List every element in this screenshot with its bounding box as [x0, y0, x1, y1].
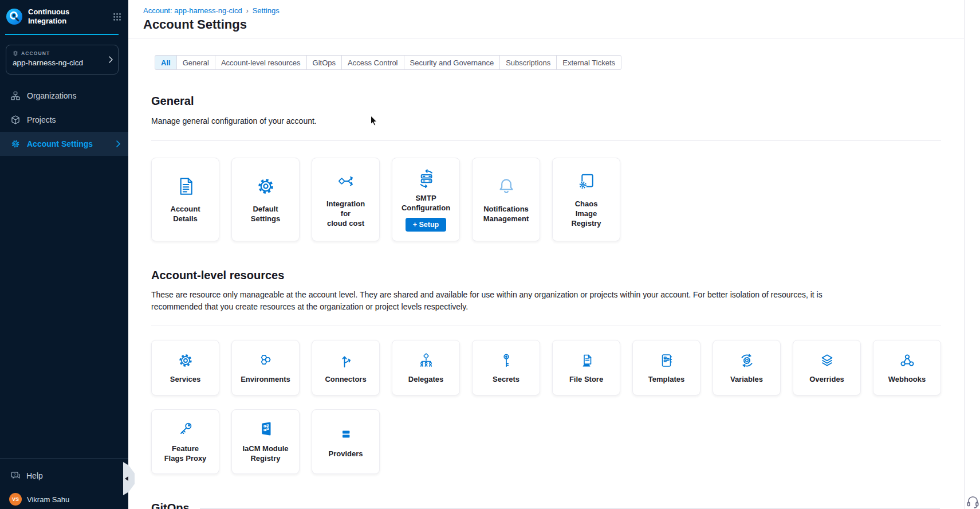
card-label: Default Settings — [249, 205, 282, 224]
document-icon — [175, 175, 196, 197]
tab-access-control[interactable]: Access Control — [341, 55, 404, 70]
card-variables[interactable]: Variables — [713, 340, 781, 396]
key-icon — [497, 351, 515, 370]
webhook-icon — [898, 351, 916, 370]
module-registry-icon — [257, 420, 275, 438]
card-label: Webhooks — [886, 375, 928, 385]
card-delegates[interactable]: Delegates — [392, 340, 460, 396]
layers-icon — [818, 351, 836, 370]
card-label: Services — [168, 375, 203, 385]
file-stand-icon — [577, 351, 596, 370]
gitops-section-header: GitOps — [151, 502, 941, 509]
card-label: Providers — [326, 449, 365, 459]
card-feature-flags-proxy[interactable]: Feature Flags Proxy — [151, 409, 219, 474]
tab-general[interactable]: General — [176, 55, 215, 70]
sidebar-item-label: Organizations — [27, 91, 76, 100]
sidebar-item-account-settings[interactable]: Account Settings — [0, 132, 128, 156]
bell-icon — [495, 175, 517, 197]
card-webhooks[interactable]: Webhooks — [873, 340, 941, 396]
card-label: File Store — [567, 375, 605, 385]
collapse-left-arrow-icon — [125, 476, 128, 481]
breadcrumb: Account: app-harness-ng-cicd › Settings — [143, 6, 964, 15]
card-label: Secrets — [490, 375, 522, 385]
account-picker[interactable]: ACCOUNT app-harness-ng-cicd — [6, 45, 119, 75]
card-label: Chaos Image Registry — [569, 199, 603, 229]
sidebar-item-label: Projects — [27, 115, 56, 124]
help-label: Help — [26, 471, 43, 480]
card-integration-cloud-cost[interactable]: Integration for cloud cost — [312, 158, 380, 241]
harness-account-settings-page: Continuous Integration ACCOUNT app-har — [0, 0, 980, 509]
settings-content: All General Account-level resources GitO… — [128, 38, 964, 509]
tab-account-level-resources[interactable]: Account-level resources — [215, 55, 307, 70]
tab-subscriptions[interactable]: Subscriptions — [499, 55, 557, 70]
user-name: Vikram Sahu — [27, 495, 69, 504]
card-providers[interactable]: Providers — [312, 409, 380, 474]
general-section-description: Manage general configuration of your acc… — [151, 115, 941, 127]
breadcrumb-separator: › — [246, 7, 249, 15]
smtp-server-sync-icon — [415, 167, 437, 189]
content-right-border — [964, 0, 965, 509]
card-templates[interactable]: Templates — [632, 340, 700, 396]
card-file-store[interactable]: File Store — [552, 340, 620, 396]
sidebar-item-projects[interactable]: Projects — [0, 108, 128, 132]
module-accent-line — [5, 34, 119, 35]
smtp-setup-button[interactable]: + Setup — [406, 218, 447, 232]
account-picker-value: app-harness-ng-cicd — [13, 58, 104, 67]
breadcrumb-account-link[interactable]: Account: app-harness-ng-cicd — [143, 6, 242, 15]
breadcrumb-settings-link[interactable]: Settings — [253, 6, 280, 15]
card-label: Integration for cloud cost — [324, 199, 367, 229]
registry-gear-icon — [576, 170, 597, 192]
general-cards: Account Details Default Settings — [151, 158, 941, 241]
card-overrides[interactable]: Overrides — [793, 340, 861, 396]
hierarchy-icon — [417, 351, 435, 370]
projects-cube-icon — [10, 115, 21, 125]
card-label: Notifications Management — [481, 205, 531, 224]
help-button[interactable]: ? Help — [0, 459, 128, 488]
branch-arrows-icon — [335, 170, 357, 192]
module-header: Continuous Integration — [0, 0, 128, 26]
card-default-settings[interactable]: Default Settings — [231, 158, 300, 241]
page-title: Account Settings — [143, 17, 964, 32]
card-connectors[interactable]: Connectors — [312, 340, 380, 396]
card-account-details[interactable]: Account Details — [151, 158, 219, 241]
chevron-right-icon — [116, 140, 120, 147]
card-smtp-configuration[interactable]: SMTP Configuration + Setup — [392, 158, 460, 241]
resources-section-title: Account-level resources — [151, 269, 941, 282]
template-board-icon — [658, 351, 676, 370]
sidebar-item-label: Account Settings — [27, 139, 93, 148]
tab-gitops[interactable]: GitOps — [306, 55, 342, 70]
card-notifications-management[interactable]: Notifications Management — [472, 158, 540, 241]
diagonal-key-icon — [176, 420, 195, 438]
main-content: Account: app-harness-ng-cicd › Settings … — [128, 0, 964, 509]
sidebar-item-organizations[interactable]: Organizations — [0, 84, 128, 108]
resources-section-description: These are resource only manageable at th… — [151, 289, 864, 313]
card-services[interactable]: Services — [151, 340, 219, 396]
bars-icon — [337, 425, 355, 443]
svg-text:?: ? — [14, 473, 16, 477]
organizations-icon — [10, 91, 21, 101]
module-grid-icon[interactable] — [113, 13, 121, 21]
user-profile[interactable]: VS Vikram Sahu — [0, 488, 128, 509]
tab-all[interactable]: All — [155, 55, 177, 70]
settings-gear-icon — [10, 139, 21, 149]
page-header: Account: app-harness-ng-cicd › Settings … — [128, 0, 964, 38]
resources-cards-row2: Feature Flags Proxy — [151, 409, 941, 474]
section-divider — [151, 140, 941, 141]
card-environments[interactable]: Environments — [231, 340, 300, 396]
hexagons-icon — [257, 351, 275, 370]
card-secrets[interactable]: Secrets — [472, 340, 540, 396]
card-label: Connectors — [322, 375, 368, 385]
help-chat-icon: ? — [10, 471, 21, 481]
section-divider — [151, 326, 941, 326]
card-label: Overrides — [807, 375, 847, 385]
resource-center-headset-icon[interactable] — [966, 494, 980, 509]
general-section-title: General — [151, 95, 941, 108]
card-iacm-module-registry[interactable]: IaCM Module Registry — [231, 409, 300, 474]
continuous-integration-logo-icon — [6, 8, 23, 25]
tab-external-tickets[interactable]: External Tickets — [556, 55, 621, 70]
gear-icon — [255, 175, 277, 197]
tab-security-governance[interactable]: Security and Governance — [404, 55, 501, 70]
card-chaos-image-registry[interactable]: Chaos Image Registry — [552, 158, 620, 241]
settings-tab-bar: All General Account-level resources GitO… — [155, 55, 621, 70]
sidebar-nav: Organizations Projects A — [0, 84, 128, 156]
